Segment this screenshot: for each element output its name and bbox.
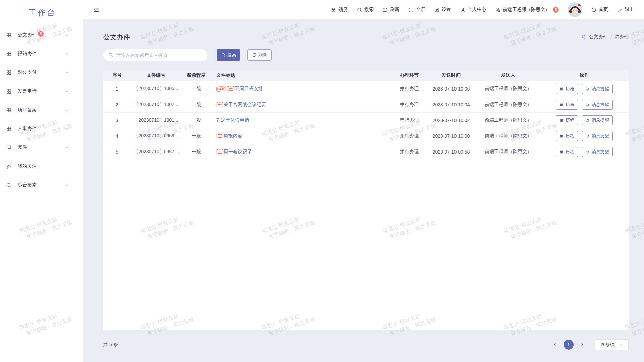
current-user-button[interactable]: 前端工程师（陈思文） 5 (495, 7, 559, 13)
notify-button-label: 消息提醒 (592, 102, 609, 108)
doc-title-link[interactable]: 周一会议记录 (224, 149, 252, 155)
doc-title-link[interactable]: 周报内容 (224, 133, 243, 139)
profile-center-button[interactable]: 个人中心 (460, 7, 486, 13)
topbar-actions: 锁屏 搜索 刷新 全屏 设置 (331, 2, 634, 17)
history-button[interactable]: 历程 (556, 131, 578, 141)
settings-button[interactable]: 设置 (434, 7, 451, 13)
main-doc-tag: [主] (216, 133, 224, 139)
table-row: 1 〔20230710〕1005... 一般 NEW! [主] 下周日程安排 并… (103, 81, 629, 97)
doc-title-link[interactable]: 关于官网的会议纪要 (224, 102, 266, 108)
notify-button-label: 消息提醒 (592, 117, 609, 123)
sidebar: 工作台 公文办件 5 报销办件 对公支付 发票申请 项目备案 (0, 0, 83, 362)
cell-index: 2 (103, 102, 131, 107)
cell-index: 4 (103, 133, 131, 139)
chevron-down-icon (65, 33, 69, 37)
search-button-label: 搜索 (227, 52, 236, 58)
message-count-badge: 5 (553, 7, 559, 13)
user-icon (460, 7, 466, 13)
menu-fold-icon[interactable] (93, 7, 100, 13)
search-icon (221, 53, 226, 57)
star-icon (6, 164, 12, 169)
user-role-icon (495, 7, 501, 13)
refresh-button[interactable]: 刷新 (382, 7, 399, 13)
search-row: 搜索 刷新 (103, 49, 629, 61)
sidebar-item-label: 报销办件 (18, 51, 37, 57)
title-row: 公文办件 公文办件 / 待办件 (103, 32, 629, 42)
lock-screen-button[interactable]: 锁屏 (331, 7, 348, 13)
prev-page-button[interactable] (550, 340, 560, 350)
chevron-down-icon (65, 89, 69, 94)
next-page-button[interactable] (577, 340, 587, 350)
page-size-select[interactable]: 20条/页 (595, 339, 629, 350)
column-header: 发送时间 (426, 72, 476, 78)
sidebar-item-guanzhu[interactable]: 我的关注 (0, 157, 83, 176)
history-button[interactable]: 历程 (556, 115, 578, 125)
sliders-icon (559, 87, 564, 91)
cell-urgency: 一般 (181, 149, 211, 155)
refresh-icon (252, 53, 257, 57)
sidebar-item-renshi[interactable]: 人事办件 (0, 119, 83, 138)
cell-urgency: 一般 (181, 117, 211, 123)
cell-send-time: 2023-07-10 10:06 (426, 86, 476, 92)
breadcrumb-separator: / (610, 34, 612, 40)
cell-title: 7-14年休假申请 (211, 117, 392, 123)
notify-button[interactable]: 消息提醒 (582, 84, 613, 94)
breadcrumb: 公文办件 / 待办件 (581, 34, 629, 40)
history-button-label: 历程 (566, 117, 574, 123)
sidebar-item-label: 阅件 (18, 144, 27, 150)
notify-button[interactable]: 消息提醒 (582, 100, 613, 110)
sidebar-item-baoxiao[interactable]: 报销办件 (0, 44, 83, 63)
breadcrumb-root[interactable]: 公文办件 (589, 34, 608, 40)
global-search-button[interactable]: 搜索 (357, 7, 374, 13)
main-doc-tag: [主] (216, 149, 224, 155)
sidebar-item-duigong[interactable]: 对公支付 (0, 63, 83, 82)
sidebar-item-sousuo[interactable]: 综合搜索 (0, 176, 83, 194)
cell-send-time: 2023-07-10 10:00 (426, 133, 476, 139)
cell-actions: 历程 消息提醒 (540, 131, 629, 141)
sidebar-badge: 5 (38, 31, 44, 37)
bell-icon (586, 150, 590, 154)
page-size-value: 20条/页 (601, 342, 615, 348)
bell-icon (586, 87, 590, 91)
search-button[interactable]: 搜索 (217, 49, 240, 61)
cell-send-time: 2023-07-10 10:02 (426, 118, 476, 123)
bell-icon (586, 134, 590, 138)
cell-doc-no: 〔20230710〕1002... (131, 102, 181, 108)
refresh-list-button[interactable]: 刷新 (247, 49, 272, 61)
sidebar-item-label: 人事办件 (18, 126, 37, 132)
sliders-icon (559, 150, 564, 154)
sidebar-item-gongwen[interactable]: 公文办件 5 (0, 25, 83, 44)
notify-button[interactable]: 消息提醒 (582, 131, 613, 141)
history-button[interactable]: 历程 (556, 147, 578, 157)
column-header: 紧急程度 (181, 72, 211, 78)
fullscreen-button[interactable]: 全屏 (408, 7, 425, 13)
new-badge: NEW! (216, 86, 226, 92)
doc-title-link[interactable]: 下周日程安排 (235, 86, 263, 92)
history-button[interactable]: 历程 (556, 100, 578, 110)
pagination: 1 20条/页 (550, 339, 629, 350)
cell-send-time: 2023-07-10 10:04 (426, 102, 476, 107)
history-button-label: 历程 (566, 102, 574, 108)
cell-send-time: 2023-07-10 09:58 (426, 149, 476, 155)
avatar[interactable] (568, 2, 582, 17)
search-input[interactable] (103, 49, 207, 61)
cell-urgency: 一般 (181, 86, 211, 92)
history-button[interactable]: 历程 (556, 84, 578, 94)
action-label: 刷新 (390, 7, 399, 13)
table-row: 2 〔20230710〕1002... 一般 [主] 关于官网的会议纪要 并行办… (103, 97, 629, 113)
home-button[interactable]: 首页 (591, 7, 608, 13)
action-label: 锁屏 (338, 7, 348, 13)
message-icon (6, 145, 12, 150)
notify-button[interactable]: 消息提醒 (582, 147, 613, 157)
logout-button[interactable]: 退出 (617, 7, 634, 13)
current-page[interactable]: 1 (564, 340, 574, 350)
sidebar-item-xiangmu[interactable]: 项目备案 (0, 101, 83, 119)
breadcrumb-current: 待办件 (614, 34, 629, 40)
sidebar-item-yuejian[interactable]: 阅件 (0, 138, 83, 157)
doc-title-link[interactable]: 7-14年休假申请 (216, 117, 249, 123)
grid-icon (6, 126, 12, 132)
notify-button[interactable]: 消息提醒 (582, 115, 613, 125)
app-root: 工作台 公文办件 5 报销办件 对公支付 发票申请 项目备案 (0, 0, 644, 362)
cell-urgency: 一般 (181, 102, 211, 108)
sidebar-item-fapiao[interactable]: 发票申请 (0, 82, 83, 101)
